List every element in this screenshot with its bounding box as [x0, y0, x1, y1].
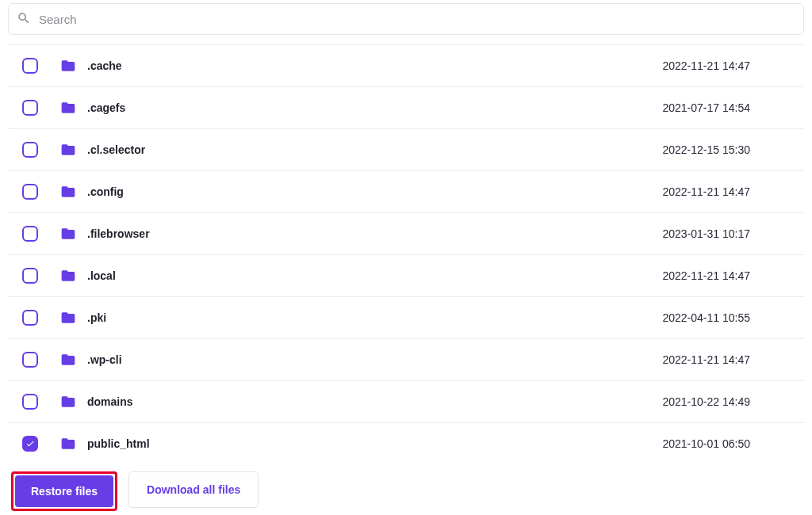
folder-icon — [60, 268, 76, 284]
folder-icon — [60, 226, 76, 242]
file-name: .cache — [87, 59, 662, 72]
row-checkbox[interactable] — [22, 184, 38, 200]
row-checkbox[interactable] — [22, 352, 38, 368]
folder-icon — [60, 100, 76, 116]
row-checkbox[interactable] — [22, 268, 38, 284]
folder-icon — [60, 394, 76, 410]
folder-icon — [60, 352, 76, 368]
file-date: 2022-11-21 14:47 — [662, 185, 790, 198]
file-row[interactable]: .config2022-11-21 14:47 — [8, 171, 804, 213]
file-date: 2022-11-21 14:47 — [662, 353, 790, 366]
folder-icon — [60, 436, 76, 452]
folder-icon — [60, 184, 76, 200]
file-row[interactable]: public_html2021-10-01 06:50 — [8, 423, 804, 464]
file-list-scroll[interactable]: .cache2022-11-21 14:47.cagefs2021-07-17 … — [8, 45, 804, 464]
row-checkbox[interactable] — [22, 436, 38, 452]
row-checkbox[interactable] — [22, 394, 38, 410]
file-row[interactable]: .wp-cli2022-11-21 14:47 — [8, 339, 804, 381]
restore-files-button[interactable]: Restore files — [15, 475, 113, 507]
file-name: .cagefs — [87, 101, 662, 114]
file-date: 2021-10-01 06:50 — [662, 437, 790, 450]
file-date: 2021-07-17 14:54 — [662, 101, 790, 114]
search-input[interactable] — [31, 13, 795, 26]
folder-icon — [60, 142, 76, 158]
footer-actions: Restore files Download all files — [8, 464, 804, 515]
search-bar — [8, 0, 804, 41]
file-row[interactable]: .cache2022-11-21 14:47 — [8, 45, 804, 87]
file-date: 2022-12-15 15:30 — [662, 143, 790, 156]
file-date: 2022-11-21 14:47 — [662, 269, 790, 282]
file-date: 2022-11-21 14:47 — [662, 59, 790, 72]
file-name: .wp-cli — [87, 353, 662, 366]
file-row[interactable]: .cagefs2021-07-17 14:54 — [8, 87, 804, 129]
file-list: .cache2022-11-21 14:47.cagefs2021-07-17 … — [8, 44, 804, 464]
folder-icon — [60, 310, 76, 326]
file-row[interactable]: domains2021-10-22 14:49 — [8, 381, 804, 423]
file-name: .local — [87, 269, 662, 282]
row-checkbox[interactable] — [22, 142, 38, 158]
file-name: .cl.selector — [87, 143, 662, 156]
file-date: 2021-10-22 14:49 — [662, 395, 790, 408]
row-checkbox[interactable] — [22, 226, 38, 242]
row-checkbox[interactable] — [22, 310, 38, 326]
download-all-button[interactable]: Download all files — [128, 471, 259, 508]
file-name: public_html — [87, 437, 662, 450]
file-row[interactable]: .pki2022-04-11 10:55 — [8, 297, 804, 339]
folder-icon — [60, 58, 76, 74]
row-checkbox[interactable] — [22, 100, 38, 116]
file-name: .config — [87, 185, 662, 198]
search-icon — [17, 11, 31, 28]
file-name: .pki — [87, 311, 662, 324]
file-date: 2023-01-31 10:17 — [662, 227, 790, 240]
file-name: .filebrowser — [87, 227, 662, 240]
row-checkbox[interactable] — [22, 58, 38, 74]
restore-highlight-box: Restore files — [11, 471, 117, 511]
file-row[interactable]: .filebrowser2023-01-31 10:17 — [8, 213, 804, 255]
file-date: 2022-04-11 10:55 — [662, 311, 790, 324]
file-name: domains — [87, 395, 662, 408]
file-row[interactable]: .local2022-11-21 14:47 — [8, 255, 804, 297]
search-field[interactable] — [8, 3, 804, 35]
file-row[interactable]: .cl.selector2022-12-15 15:30 — [8, 129, 804, 171]
